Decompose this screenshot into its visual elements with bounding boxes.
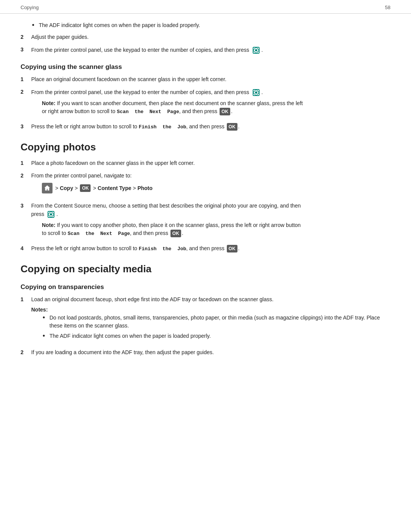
chapter-heading-photos: Copying photos <box>21 141 390 153</box>
list-item: The ADF indicator light comes on when th… <box>43 332 390 340</box>
trans-notes-list: Do not load postcards, photos, small ite… <box>43 314 390 340</box>
header-right: 58 <box>385 5 390 10</box>
chapter-heading-specialty: Copying on specialty media <box>21 263 390 275</box>
ok-button-3: OK <box>170 230 181 237</box>
home-icon <box>42 183 53 193</box>
photos-step-2: 2 From the printer control panel, naviga… <box>21 172 390 197</box>
ok-button-1: OK <box>220 108 230 115</box>
start-icon-3 <box>46 210 56 219</box>
page: Copying 58 The ADF indicator light comes… <box>0 0 411 532</box>
list-item: The ADF indicator light comes on when th… <box>32 21 390 29</box>
svg-point-5 <box>255 91 257 94</box>
section-heading-scanner-glass: Copying using the scanner glass <box>21 63 390 71</box>
page-content: The ADF indicator light comes on when th… <box>0 14 411 376</box>
trans-step-1: 1 Load an original document faceup, shor… <box>21 296 390 344</box>
step-2-top: 2 Adjust the paper guides. <box>21 33 390 41</box>
ok-button-nav: OK <box>80 184 91 192</box>
ok-button-2: OK <box>227 123 237 131</box>
svg-point-2 <box>255 49 257 51</box>
photos-step-3: 3 From the Content Source menu, choose a… <box>21 202 390 240</box>
start-icon-2 <box>252 88 261 97</box>
notes-block: Notes: Do not load postcards, photos, sm… <box>31 306 390 340</box>
header-left: Copying <box>21 5 39 10</box>
nav-path: > Copy > OK > Content Type > Photo <box>42 183 390 193</box>
trans-step-2: 2 If you are loading a document into the… <box>21 348 390 356</box>
start-icon <box>252 46 261 55</box>
note-3: Note: If you want to copy another photo,… <box>42 221 390 238</box>
section-heading-transparencies: Copying on transparencies <box>21 283 390 291</box>
photos-step-4: 4 Press the left or right arrow button t… <box>21 244 390 253</box>
top-bullet-list: The ADF indicator light comes on when th… <box>32 21 390 29</box>
page-header: Copying 58 <box>0 0 411 14</box>
scanner-step-3: 3 Press the left or right arrow button t… <box>21 123 390 131</box>
photos-step-1: 1 Place a photo facedown on the scanner … <box>21 159 390 167</box>
scanner-step-1: 1 Place an original document facedown on… <box>21 75 390 83</box>
note-2: Note: If you want to scan another docume… <box>42 99 390 116</box>
ok-button-4: OK <box>227 245 237 252</box>
svg-point-8 <box>50 213 52 216</box>
step-3-top: 3 From the printer control panel, use th… <box>21 46 390 55</box>
list-item: Do not load postcards, photos, small ite… <box>43 314 390 330</box>
scanner-step-2: 2 From the printer control panel, use th… <box>21 88 390 118</box>
